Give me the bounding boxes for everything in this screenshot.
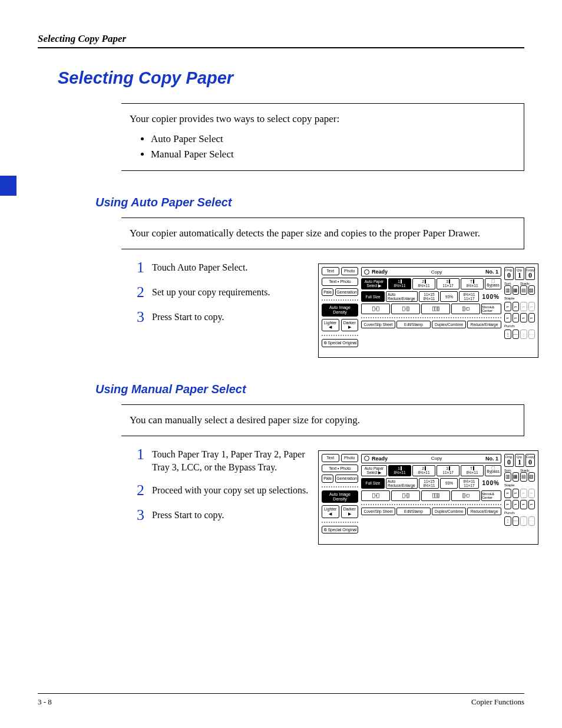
- punch-option-4[interactable]: ⋯: [528, 330, 535, 339]
- auto-reduce-enlarge-button[interactable]: Auto Reduce/Enlarge: [386, 291, 418, 302]
- cover-slip-sheet-button[interactable]: Cover/Slip Sheet: [361, 508, 395, 515]
- layout-book[interactable]: [451, 490, 480, 501]
- punch-option-3[interactable]: ⋮: [520, 516, 527, 526]
- svg-rect-18: [435, 493, 437, 498]
- staple-option-5[interactable]: ⌐: [504, 500, 511, 509]
- intro-bullet: Auto Paper Select: [151, 132, 512, 146]
- punch-option-2[interactable]: ⋯: [513, 516, 520, 526]
- staple-option-4[interactable]: ⌐: [528, 489, 535, 498]
- staple-option-8[interactable]: ⌐: [528, 313, 535, 322]
- punch-option-3[interactable]: ⋮: [520, 330, 527, 339]
- qty-counter: Qty.1: [515, 267, 524, 280]
- staple-option-7[interactable]: ⌐: [520, 313, 527, 322]
- layout-combine[interactable]: [421, 490, 450, 501]
- auto-image-density-button[interactable]: Auto Image Density: [322, 304, 358, 316]
- sort-option-1[interactable]: ▥: [504, 285, 511, 295]
- orig-photo-button[interactable]: Photo: [341, 454, 359, 462]
- paper-tray-2[interactable]: 28½×11: [412, 278, 435, 289]
- punch-option-2[interactable]: ⋯: [513, 330, 520, 339]
- ratio-93[interactable]: 93%: [440, 291, 458, 302]
- full-size-button[interactable]: Full Size: [361, 291, 385, 302]
- step-text: Press Start to copy.: [152, 311, 224, 324]
- lighter-button[interactable]: Lighter ◀: [322, 505, 339, 518]
- ratio-93[interactable]: 93%: [440, 478, 458, 489]
- shrink-center-button[interactable]: Shrink& Center: [481, 490, 501, 501]
- paper-tray-2[interactable]: 28½×11: [412, 465, 435, 476]
- layout-combine[interactable]: [421, 304, 450, 314]
- stack-option-2[interactable]: ▧: [528, 472, 535, 482]
- staple-option-1[interactable]: ⌐: [504, 302, 511, 311]
- reduce-enlarge-button[interactable]: Reduce/Enlarge: [467, 321, 501, 328]
- separator: [322, 522, 358, 523]
- staple-option-2[interactable]: ⌐: [513, 302, 520, 311]
- orig-generation-button[interactable]: Generation: [335, 288, 358, 297]
- paper-tray-3[interactable]: 311×17: [437, 465, 459, 476]
- punch-option-4[interactable]: ⋯: [528, 516, 535, 526]
- cover-slip-sheet-button[interactable]: Cover/Slip Sheet: [361, 321, 395, 328]
- bypass-tray[interactable]: ⬚Bypass: [485, 465, 501, 476]
- edit-stamp-button[interactable]: Edit/Stamp: [396, 321, 431, 328]
- darker-button[interactable]: Darker ▶: [341, 319, 359, 331]
- sort-option-2[interactable]: ▦: [513, 285, 520, 295]
- paper-tray-1[interactable]: 18½×11: [388, 278, 411, 289]
- orig-text-photo-button[interactable]: Text • Photo: [322, 278, 358, 286]
- layout-1to1[interactable]: [361, 304, 390, 314]
- layout-1to2[interactable]: [391, 490, 420, 501]
- ratio-preset-1[interactable]: 11×158½×11: [419, 291, 439, 302]
- punch-option-1[interactable]: ⋮: [504, 516, 511, 526]
- darker-button[interactable]: Darker ▶: [341, 505, 359, 518]
- staple-option-4[interactable]: ⌐: [528, 302, 535, 311]
- sort-option-2[interactable]: ▦: [513, 472, 520, 482]
- running-head: Selecting Copy Paper: [38, 33, 524, 48]
- stack-option-1[interactable]: ▤: [520, 285, 527, 295]
- staple-option-7[interactable]: ⌐: [520, 500, 527, 509]
- layout-1to2[interactable]: [391, 304, 420, 314]
- paper-tray-3[interactable]: 311×17: [437, 278, 459, 289]
- duplex-combine-button[interactable]: Duplex/Combine: [432, 508, 466, 515]
- auto-image-density-button[interactable]: Auto Image Density: [322, 490, 358, 503]
- full-size-button[interactable]: Full Size: [361, 478, 385, 489]
- ready-icon: [364, 269, 369, 275]
- auto-paper-select-button[interactable]: Auto Paper Select ▶: [361, 278, 387, 289]
- paper-tray-lcc[interactable]: T8½×11: [461, 278, 484, 289]
- sort-option-1[interactable]: ▥: [504, 472, 511, 482]
- ratio-preset-1[interactable]: 11×158½×11: [419, 478, 439, 489]
- paper-tray-lcc[interactable]: T8½×11: [461, 465, 484, 476]
- stack-option-1[interactable]: ▤: [520, 472, 527, 482]
- layout-book[interactable]: [451, 304, 480, 314]
- manual-intro-box: You can manually select a desired paper …: [121, 404, 524, 436]
- reduce-enlarge-button[interactable]: Reduce/Enlarge: [467, 508, 501, 515]
- paper-tray-1[interactable]: 18½×11: [388, 465, 411, 476]
- orig-pale-button[interactable]: Pale: [322, 475, 333, 483]
- staple-option-2[interactable]: ⌐: [513, 489, 520, 498]
- staple-option-6[interactable]: ⌐: [513, 313, 520, 322]
- staple-option-8[interactable]: ⌐: [528, 500, 535, 509]
- punch-option-1[interactable]: ⋮: [504, 330, 511, 339]
- orig-pale-button[interactable]: Pale: [322, 288, 333, 297]
- stack-option-2[interactable]: ▧: [528, 285, 535, 295]
- staple-option-1[interactable]: ⌐: [504, 489, 511, 498]
- staple-option-3[interactable]: ⌐: [520, 489, 527, 498]
- staple-option-5[interactable]: ⌐: [504, 313, 511, 322]
- staple-option-6[interactable]: ⌐: [513, 500, 520, 509]
- orig-generation-button[interactable]: Generation: [335, 475, 358, 483]
- edit-stamp-button[interactable]: Edit/Stamp: [396, 508, 431, 515]
- special-original-button[interactable]: ⚙ Special Original: [322, 339, 358, 347]
- ratio-preset-2[interactable]: 8½×1111×17: [459, 478, 479, 489]
- special-original-button[interactable]: ⚙ Special Original: [322, 526, 358, 534]
- orig-text-button[interactable]: Text: [322, 267, 339, 275]
- shrink-center-button[interactable]: Shrink& Center: [481, 304, 501, 314]
- auto-intro-text: Your copier automatically detects the pa…: [130, 228, 480, 239]
- step-text: Touch Paper Tray 1, Paper Tray 2, Paper …: [152, 448, 311, 473]
- layout-1to1[interactable]: [361, 490, 390, 501]
- orig-text-button[interactable]: Text: [322, 454, 339, 462]
- auto-paper-select-button[interactable]: Auto Paper Select ▶: [361, 465, 387, 476]
- auto-reduce-enlarge-button[interactable]: Auto Reduce/Enlarge: [386, 478, 418, 489]
- orig-photo-button[interactable]: Photo: [341, 267, 359, 275]
- bypass-tray[interactable]: ⬚Bypass: [485, 278, 501, 289]
- orig-text-photo-button[interactable]: Text • Photo: [322, 465, 358, 473]
- duplex-combine-button[interactable]: Duplex/Combine: [432, 321, 466, 328]
- staple-option-3[interactable]: ⌐: [520, 302, 527, 311]
- ratio-preset-2[interactable]: 8½×1111×17: [459, 291, 479, 302]
- lighter-button[interactable]: Lighter ◀: [322, 319, 339, 331]
